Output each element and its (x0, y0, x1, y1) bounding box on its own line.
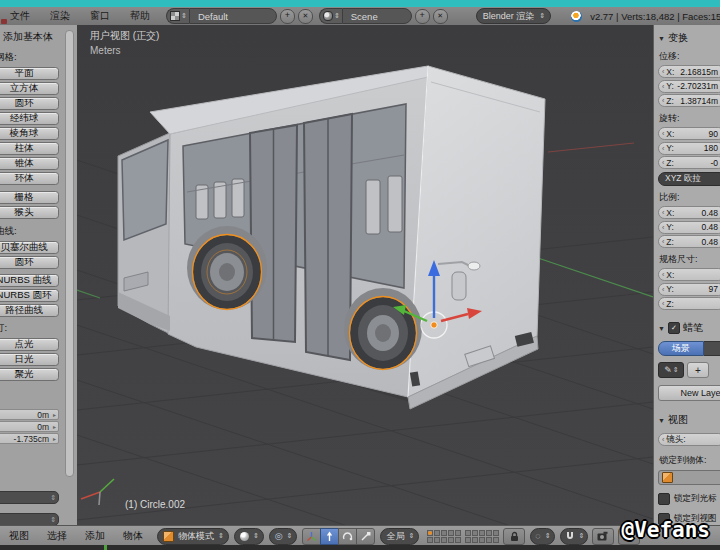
add-curve-circle-button[interactable]: 圆环 (0, 256, 59, 269)
add-torus-button[interactable]: 环体 (0, 172, 59, 185)
panel-header-add-primitive[interactable]: 添加基本体 (0, 28, 59, 48)
menu-object[interactable]: 物体 (114, 529, 152, 543)
orientation-dropdown[interactable]: 全局 ⇕ (380, 528, 419, 545)
add-uvsphere-button[interactable]: 经纬球 (0, 112, 59, 125)
panel-transform[interactable]: ▼ 变换 (658, 31, 720, 45)
shading-dropdown[interactable]: ⇕ (234, 528, 264, 545)
close-layout-button[interactable]: ✕ (298, 9, 313, 24)
mode-dropdown[interactable]: 物体模式 ⇕ (157, 528, 229, 545)
panel-view[interactable]: ▼ 视图 (658, 413, 720, 427)
snap-dropdown[interactable]: ⇕ (560, 528, 589, 545)
gp-draw-tool-dropdown[interactable]: ✎ ⇕ (658, 362, 684, 378)
add-scene-button[interactable]: + (415, 9, 430, 24)
add-path-button[interactable]: 路径曲线 (0, 304, 59, 317)
menu-render[interactable]: 渲染 (40, 9, 80, 23)
location-x-field[interactable]: ‹ X:2.16815m (658, 65, 720, 78)
add-sun-lamp-button[interactable]: 日光 (0, 353, 59, 366)
add-layout-button[interactable]: + (280, 9, 295, 24)
timeline-strip[interactable] (0, 545, 720, 550)
rear-wheel[interactable] (344, 288, 422, 370)
add-icosphere-button[interactable]: 棱角球 (0, 127, 59, 140)
screen-layout-field[interactable]: Default (189, 8, 277, 24)
rotation-mode-dropdown[interactable]: XYZ 欧拉 (658, 172, 720, 186)
close-scene-button[interactable]: ✕ (433, 9, 448, 24)
menu-window[interactable]: 窗口 (80, 9, 120, 23)
add-spot-lamp-button[interactable]: 聚光 (0, 368, 59, 381)
updown-icon: ⇕ (287, 532, 292, 540)
scale-manipulator-button[interactable] (356, 528, 375, 545)
gizmo-center[interactable] (431, 322, 437, 328)
updown-icon: ⇕ (673, 366, 678, 374)
rotate-icon (342, 531, 353, 542)
pivot-dropdown[interactable]: ◎ ⇕ (269, 528, 298, 545)
gp-source-scene-toggle[interactable]: 场景 (658, 341, 704, 356)
editor-corner-widget[interactable] (1, 19, 7, 24)
add-cylinder-button[interactable]: 柱体 (0, 142, 59, 155)
scale-y-field[interactable]: ‹ Y:0.48 (658, 221, 720, 234)
location-z-field[interactable]: ‹ Z:1.38714m (658, 94, 720, 107)
scene-icon-button[interactable]: ⇕ (319, 8, 342, 24)
screen-layout-icon-button[interactable]: ⇕ (166, 8, 189, 24)
menu-help[interactable]: 帮助 (120, 9, 160, 23)
add-grid-button[interactable]: 栅格 (0, 191, 59, 204)
redo-z-field[interactable]: -1.735cm▸ (0, 433, 59, 444)
front-wheel[interactable] (187, 226, 267, 310)
active-object-label: (1) Circle.002 (125, 499, 185, 510)
viewport-canvas[interactable] (77, 25, 653, 525)
menu-select[interactable]: 选择 (38, 529, 76, 543)
rotation-x-field[interactable]: ‹ X:90 (658, 127, 720, 140)
menu-view[interactable]: 视图 (0, 529, 38, 543)
layer-cell-active[interactable] (427, 530, 433, 536)
expand-arrow-icon: ▼ (658, 35, 665, 42)
add-nurbs-circle-button[interactable]: NURBS 圆环 (0, 289, 59, 302)
dimensions-x-field[interactable]: ‹ X: (658, 268, 720, 281)
rotate-manipulator-button[interactable] (338, 528, 357, 545)
lens-field[interactable]: ‹ 镜头: (658, 433, 720, 446)
render-still-button[interactable] (592, 528, 614, 545)
shelf-scrollbar[interactable] (65, 30, 74, 477)
new-layer-button[interactable]: New Layer (658, 385, 720, 401)
render-engine-select[interactable]: Blender 渲染 ⇕ (476, 8, 551, 24)
scale-z-field[interactable]: ‹ Z:0.48 (658, 235, 720, 248)
scale-x-field[interactable]: ‹ X:0.48 (658, 206, 720, 219)
lock-cursor-row[interactable]: 锁定到光标 (658, 493, 720, 505)
scene-field[interactable]: Scene (342, 8, 412, 24)
dimensions-z-field[interactable]: ‹ Z: (658, 297, 720, 310)
add-cube-button[interactable]: 立方体 (0, 82, 59, 95)
3d-viewport[interactable]: 用户视图 (正交) Meters (1) Circle.002 (77, 25, 653, 525)
proportional-edit-dropdown[interactable]: ◌ ⇕ (530, 528, 554, 545)
gp-source-object-toggle[interactable] (704, 341, 720, 356)
panel-grease-pencil[interactable]: ▼ ✓ 蜡笔 (658, 321, 720, 335)
arrow-left-icon: ‹ (662, 159, 664, 166)
translate-manipulator-button[interactable] (320, 528, 339, 545)
add-bezier-button[interactable]: 贝塞尔曲线 (0, 241, 59, 254)
redo-dropdown-1[interactable]: ⇕ (0, 491, 59, 504)
stepper-icon: ▸ (53, 411, 56, 418)
manipulator-toggle-button[interactable] (302, 528, 321, 545)
layers-group-2[interactable] (465, 530, 499, 543)
rotation-z-field[interactable]: ‹ Z:-0 (658, 156, 720, 169)
redo-y-field[interactable]: 0m▸ (0, 421, 59, 432)
lock-cursor-checkbox[interactable] (658, 493, 670, 505)
redo-dropdown-2[interactable]: ⇕ (0, 513, 59, 525)
rotation-y-field[interactable]: ‹ Y:180 (658, 142, 720, 155)
redo-x-field[interactable]: 0m▸ (0, 409, 59, 420)
arrow-left-icon: ‹ (662, 68, 664, 75)
add-point-lamp-button[interactable]: 点光 (0, 338, 59, 351)
add-circle-button[interactable]: 圆环 (0, 97, 59, 110)
add-plane-button[interactable]: 平面 (0, 67, 59, 80)
menu-add[interactable]: 添加 (76, 529, 114, 543)
add-monkey-button[interactable]: 猴头 (0, 206, 59, 219)
layers-group-1[interactable] (427, 530, 461, 543)
pivot-icon: ◎ (275, 531, 283, 541)
location-y-field[interactable]: ‹ Y:-2.70231m (658, 80, 720, 93)
dimensions-y-field[interactable]: ‹ Y:97 (658, 283, 720, 296)
lock-to-scene-button[interactable] (503, 528, 525, 545)
bus-model[interactable] (118, 66, 545, 409)
gp-add-button[interactable]: + (687, 362, 709, 378)
lock-object-field[interactable] (658, 470, 720, 485)
add-nurbs-curve-button[interactable]: NURBS 曲线 (0, 274, 59, 287)
timeline-playhead[interactable] (104, 545, 107, 550)
grease-pencil-checkbox[interactable]: ✓ (668, 322, 680, 334)
add-cone-button[interactable]: 锥体 (0, 157, 59, 170)
